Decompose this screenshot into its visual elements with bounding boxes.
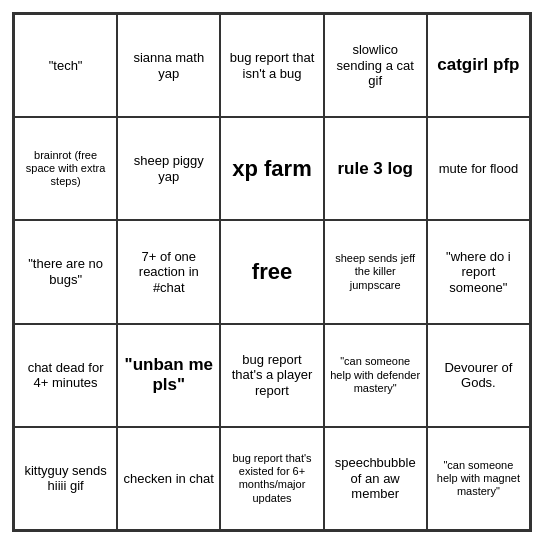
bingo-cell-r2c4: "where do i report someone" bbox=[427, 220, 530, 323]
bingo-cell-r1c4: mute for flood bbox=[427, 117, 530, 220]
bingo-cell-r0c1: sianna math yap bbox=[117, 14, 220, 117]
bingo-cell-r2c1: 7+ of one reaction in #chat bbox=[117, 220, 220, 323]
bingo-cell-r1c1: sheep piggy yap bbox=[117, 117, 220, 220]
bingo-cell-r2c2: free bbox=[220, 220, 323, 323]
bingo-cell-r3c2: bug report that's a player report bbox=[220, 324, 323, 427]
bingo-cell-r4c2: bug report that's existed for 6+ months/… bbox=[220, 427, 323, 530]
bingo-cell-r1c0: brainrot (free space with extra steps) bbox=[14, 117, 117, 220]
bingo-cell-r3c3: "can someone help with defender mastery" bbox=[324, 324, 427, 427]
bingo-cell-r0c3: slowlico sending a cat gif bbox=[324, 14, 427, 117]
bingo-cell-r3c0: chat dead for 4+ minutes bbox=[14, 324, 117, 427]
bingo-cell-r4c0: kittyguy sends hiiii gif bbox=[14, 427, 117, 530]
bingo-cell-r4c3: speechbubble of an aw member bbox=[324, 427, 427, 530]
bingo-cell-r4c4: "can someone help with magnet mastery" bbox=[427, 427, 530, 530]
bingo-cell-r0c2: bug report that isn't a bug bbox=[220, 14, 323, 117]
bingo-cell-r2c0: "there are no bugs" bbox=[14, 220, 117, 323]
bingo-cell-r3c1: "unban me pls" bbox=[117, 324, 220, 427]
bingo-board: "tech"sianna math yapbug report that isn… bbox=[12, 12, 532, 532]
bingo-cell-r0c0: "tech" bbox=[14, 14, 117, 117]
bingo-grid: "tech"sianna math yapbug report that isn… bbox=[14, 14, 530, 530]
bingo-cell-r2c3: sheep sends jeff the killer jumpscare bbox=[324, 220, 427, 323]
bingo-cell-r3c4: Devourer of Gods. bbox=[427, 324, 530, 427]
bingo-cell-r4c1: checken in chat bbox=[117, 427, 220, 530]
bingo-cell-r1c3: rule 3 log bbox=[324, 117, 427, 220]
bingo-cell-r0c4: catgirl pfp bbox=[427, 14, 530, 117]
bingo-cell-r1c2: xp farm bbox=[220, 117, 323, 220]
